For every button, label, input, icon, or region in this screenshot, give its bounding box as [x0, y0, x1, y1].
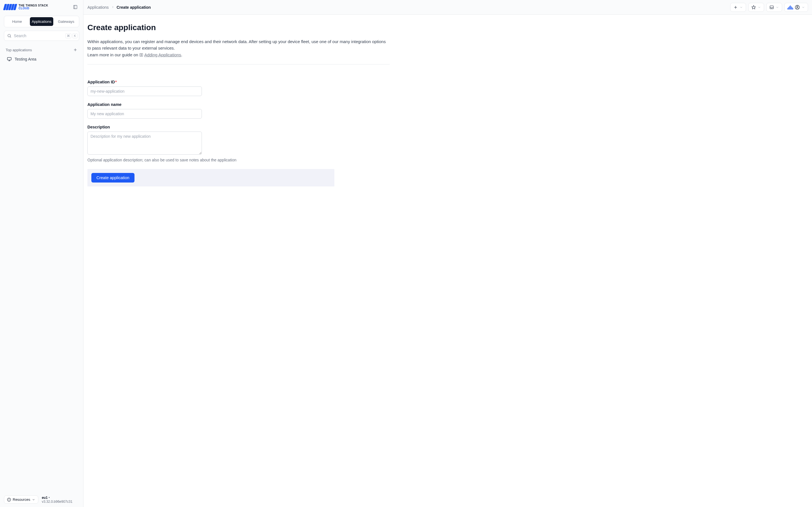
field-description: Description — [87, 125, 202, 156]
application-item-label: Testing Area — [15, 57, 36, 61]
svg-rect-0 — [73, 5, 77, 9]
app-name-label: Application name — [87, 102, 202, 107]
breadcrumb-separator — [111, 5, 114, 10]
version-info: eu1 • v3.32.0.b96e907c31 — [42, 496, 79, 504]
create-application-button[interactable]: Create application — [91, 173, 135, 182]
brand-logo-text: THE THINGS STACK CLOUD — [18, 4, 48, 10]
nav-applications[interactable]: Applications — [30, 17, 53, 26]
field-app-id: Application ID* — [87, 80, 202, 96]
star-menu-button[interactable] — [748, 3, 764, 12]
page-content: Create application Within applications, … — [84, 15, 394, 198]
chevron-down-icon — [776, 6, 779, 9]
page-title: Create application — [87, 23, 390, 32]
chevron-down-icon — [32, 498, 35, 501]
search-input[interactable] — [14, 34, 63, 38]
main-content: Applications Create application — [84, 0, 812, 507]
nav-home[interactable]: Home — [5, 17, 29, 26]
adding-applications-link[interactable]: Adding Applications — [144, 52, 181, 57]
version-string: v3.32.0.b96e907c31 — [42, 500, 72, 504]
resources-button[interactable]: Resources — [4, 496, 38, 504]
kbd-k: K — [72, 33, 78, 38]
top-applications-label: Top applications — [6, 48, 32, 52]
svg-marker-14 — [752, 5, 755, 9]
search-icon — [7, 34, 11, 38]
add-menu-button[interactable] — [730, 3, 746, 12]
app-name-input[interactable] — [87, 109, 202, 119]
top-actions — [730, 3, 808, 12]
sidebar-header: THE THINGS STACK CLOUD — [0, 0, 83, 13]
search-wrap: ⌘ K — [4, 31, 79, 41]
search-field[interactable]: ⌘ K — [4, 31, 79, 41]
main-nav: Home Applications Gateways — [4, 16, 79, 27]
description-input[interactable] — [87, 131, 202, 155]
svg-point-17 — [797, 6, 798, 7]
page-learn-more: Learn more in our guide on Adding Applic… — [87, 52, 386, 58]
description-hint: Optional application description; can al… — [87, 158, 335, 162]
application-item[interactable]: Testing Area — [4, 54, 79, 64]
sidebar-collapse-button[interactable] — [72, 4, 78, 10]
topbar: Applications Create application — [84, 0, 812, 15]
application-list: Testing Area — [0, 54, 83, 64]
account-menu-button[interactable] — [784, 3, 808, 12]
cluster-id: eu1 — [42, 496, 48, 500]
application-icon — [7, 57, 12, 62]
create-application-form: Application ID* Application name Descrip… — [87, 80, 202, 156]
svg-rect-6 — [7, 57, 11, 60]
page-intro: Within applications, you can register an… — [87, 38, 386, 52]
nav-gateways[interactable]: Gateways — [54, 17, 78, 26]
brand-subtitle: CLOUD — [18, 7, 48, 10]
top-applications-header: Top applications — [6, 48, 78, 52]
chevron-down-icon — [740, 6, 743, 9]
submit-bar: Create application — [87, 169, 335, 186]
breadcrumb: Applications Create application — [87, 5, 151, 10]
brand-logo-mark — [3, 4, 17, 10]
network-icon — [788, 5, 793, 10]
add-application-icon[interactable] — [73, 48, 78, 52]
breadcrumb-root[interactable]: Applications — [87, 5, 109, 10]
resources-label: Resources — [13, 497, 30, 502]
search-shortcut: ⌘ K — [65, 33, 78, 38]
required-indicator: * — [115, 80, 117, 84]
chevron-down-icon — [802, 6, 805, 9]
inbox-menu-button[interactable] — [766, 3, 782, 12]
breadcrumb-current: Create application — [117, 5, 151, 10]
svg-point-2 — [8, 34, 10, 37]
app-id-label: Application ID* — [87, 80, 202, 84]
book-icon — [139, 53, 143, 57]
plus-icon — [733, 5, 738, 10]
user-icon — [795, 5, 800, 10]
svg-line-3 — [10, 37, 11, 38]
brand-logo[interactable]: THE THINGS STACK CLOUD — [4, 4, 48, 10]
app-id-input[interactable] — [87, 87, 202, 96]
kbd-cmd: ⌘ — [65, 33, 71, 38]
form-wide-area: Optional application description; can al… — [87, 158, 335, 186]
star-icon — [751, 5, 756, 10]
info-icon — [7, 498, 11, 502]
field-app-name: Application name — [87, 102, 202, 119]
sidebar: THE THINGS STACK CLOUD Home Applications… — [0, 0, 84, 507]
inbox-icon — [769, 5, 774, 10]
description-label: Description — [87, 125, 202, 129]
chevron-down-icon — [758, 6, 761, 9]
sidebar-footer: Resources eu1 • v3.32.0.b96e907c31 — [0, 492, 83, 507]
